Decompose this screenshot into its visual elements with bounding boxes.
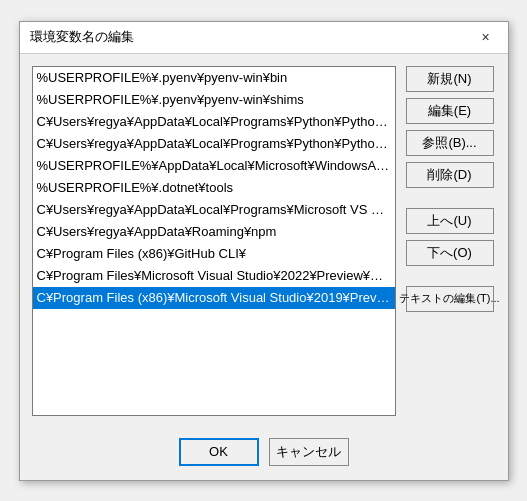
ok-button[interactable]: OK	[179, 438, 259, 466]
edit-button[interactable]: 編集(E)	[406, 98, 494, 124]
down-button[interactable]: 下へ(O)	[406, 240, 494, 266]
list-item[interactable]: %USERPROFILE%¥AppData¥Local¥Microsoft¥Wi…	[33, 155, 395, 177]
list-item[interactable]: C¥Program Files (x86)¥Microsoft Visual S…	[33, 287, 395, 309]
list-item[interactable]: C¥Users¥regya¥AppData¥Local¥Programs¥Pyt…	[33, 133, 395, 155]
text-edit-button[interactable]: テキストの編集(T)...	[406, 286, 494, 312]
list-item[interactable]: %USERPROFILE%¥.dotnet¥tools	[33, 177, 395, 199]
dialog-title: 環境変数名の編集	[30, 28, 134, 46]
list-item[interactable]: C¥Users¥regya¥AppData¥Roaming¥npm	[33, 221, 395, 243]
new-button[interactable]: 新規(N)	[406, 66, 494, 92]
up-button[interactable]: 上へ(U)	[406, 208, 494, 234]
delete-button[interactable]: 削除(D)	[406, 162, 494, 188]
cancel-button[interactable]: キャンセル	[269, 438, 349, 466]
browse-button[interactable]: 参照(B)...	[406, 130, 494, 156]
action-buttons: 新規(N) 編集(E) 参照(B)... 削除(D) 上へ(U) 下へ(O) テ…	[406, 66, 496, 416]
list-item[interactable]: %USERPROFILE%¥.pyenv¥pyenv-win¥bin	[33, 67, 395, 89]
dialog-body: %USERPROFILE%¥.pyenv¥pyenv-win¥bin%USERP…	[20, 54, 508, 428]
list-item[interactable]: C¥Program Files¥Microsoft Visual Studio¥…	[33, 265, 395, 287]
close-button[interactable]: ×	[474, 25, 498, 49]
list-item[interactable]: %USERPROFILE%¥.pyenv¥pyenv-win¥shims	[33, 89, 395, 111]
dialog-env-edit: 環境変数名の編集 × %USERPROFILE%¥.pyenv¥pyenv-wi…	[19, 21, 509, 481]
env-var-list[interactable]: %USERPROFILE%¥.pyenv¥pyenv-win¥bin%USERP…	[32, 66, 396, 416]
list-item[interactable]: C¥Users¥regya¥AppData¥Local¥Programs¥Mic…	[33, 199, 395, 221]
list-item[interactable]: C¥Users¥regya¥AppData¥Local¥Programs¥Pyt…	[33, 111, 395, 133]
title-bar: 環境変数名の編集 ×	[20, 22, 508, 54]
list-item[interactable]: C¥Program Files (x86)¥GitHub CLI¥	[33, 243, 395, 265]
footer: OK キャンセル	[20, 428, 508, 480]
